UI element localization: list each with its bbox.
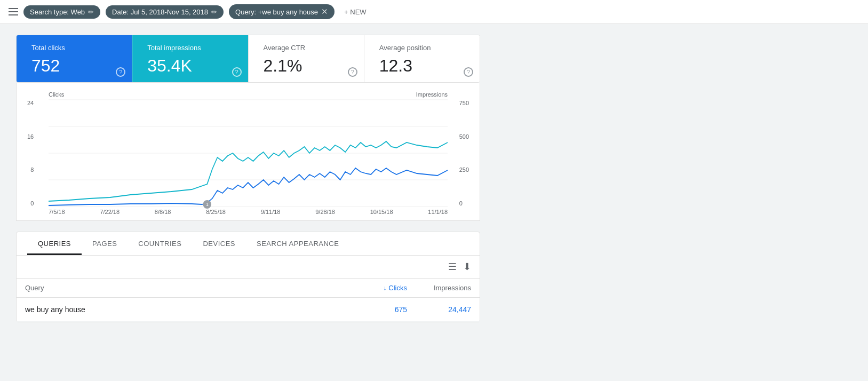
avg-ctr-value: 2.1% xyxy=(264,56,349,76)
filter-icon[interactable]: ☰ xyxy=(448,261,457,273)
col-clicks-header[interactable]: ↓ Clicks xyxy=(343,284,407,292)
tab-queries[interactable]: QUERIES xyxy=(27,232,82,255)
download-icon[interactable]: ⬇ xyxy=(463,261,471,273)
tab-countries[interactable]: COUNTRIES xyxy=(128,232,192,255)
y-left-8: 8 xyxy=(27,166,34,173)
total-impressions-label: Total impressions xyxy=(147,44,233,52)
search-type-filter[interactable]: Search type: Web ✏ xyxy=(23,5,100,19)
y-right-250: 250 xyxy=(459,166,469,173)
total-clicks-label: Total clicks xyxy=(31,44,117,52)
col-query-header: Query xyxy=(25,284,343,292)
impressions-axis-label: Impressions xyxy=(416,91,448,98)
tab-search-appearance[interactable]: SEARCH APPEARANCE xyxy=(246,232,349,255)
x-label-3: 8/25/18 xyxy=(206,209,226,215)
close-icon[interactable]: ✕ xyxy=(321,7,328,17)
row-query: we buy any house xyxy=(25,305,343,314)
total-clicks-card: Total clicks 752 ? xyxy=(17,35,132,82)
y-left-24: 24 xyxy=(27,100,34,106)
x-label-7: 11/1/18 xyxy=(428,209,448,215)
chart-svg: 1 xyxy=(49,100,448,207)
menu-icon[interactable] xyxy=(9,8,18,15)
col-impressions-header: Impressions xyxy=(407,284,471,292)
avg-position-help[interactable]: ? xyxy=(464,67,473,77)
total-clicks-help[interactable]: ? xyxy=(116,67,125,77)
main-content: Total clicks 752 ? Total impressions 35.… xyxy=(0,24,868,333)
query-label: Query: +we buy any house xyxy=(235,8,318,16)
y-right-0: 0 xyxy=(459,200,469,207)
new-filter-label: + NEW xyxy=(344,8,367,16)
edit-icon: ✏ xyxy=(88,8,94,16)
chart-container: Clicks Impressions 24 16 8 0 750 500 250… xyxy=(16,83,480,221)
x-label-6: 10/15/18 xyxy=(370,209,393,215)
date-filter[interactable]: Date: Jul 5, 2018-Nov 15, 2018 ✏ xyxy=(106,5,224,19)
y-right-750: 750 xyxy=(459,100,469,106)
query-filter[interactable]: Query: +we buy any house ✕ xyxy=(229,4,335,19)
tab-pages[interactable]: PAGES xyxy=(82,232,128,255)
clicks-axis-label: Clicks xyxy=(49,91,64,98)
total-impressions-value: 35.4K xyxy=(147,56,233,76)
x-label-1: 7/22/18 xyxy=(100,209,120,215)
annotation-label: 1 xyxy=(206,202,209,207)
tab-devices[interactable]: DEVICES xyxy=(192,232,246,255)
avg-position-card: Average position 12.3 ? xyxy=(364,35,480,82)
table-header: Query ↓ Clicks Impressions xyxy=(17,279,480,298)
avg-ctr-card: Average CTR 2.1% ? xyxy=(249,35,364,82)
new-filter-button[interactable]: + NEW xyxy=(340,5,371,19)
x-label-0: 7/5/18 xyxy=(49,209,65,215)
row-clicks: 675 xyxy=(343,305,407,314)
edit-icon: ✏ xyxy=(211,8,217,16)
y-right-500: 500 xyxy=(459,133,469,140)
search-type-label: Search type: Web xyxy=(30,8,85,16)
sort-arrow-icon: ↓ xyxy=(383,284,386,292)
metrics-row: Total clicks 752 ? Total impressions 35.… xyxy=(16,35,480,83)
avg-position-label: Average position xyxy=(379,44,465,52)
x-label-4: 9/11/18 xyxy=(261,209,281,215)
topbar: Search type: Web ✏ Date: Jul 5, 2018-Nov… xyxy=(0,0,868,24)
chart-area: 24 16 8 0 750 500 250 0 xyxy=(49,100,448,207)
y-left-0: 0 xyxy=(27,200,34,207)
row-impressions: 24,447 xyxy=(407,305,471,314)
total-clicks-value: 752 xyxy=(31,56,117,76)
table-row: we buy any house 675 24,447 xyxy=(17,298,480,322)
chart-x-labels: 7/5/18 7/22/18 8/8/18 8/25/18 9/11/18 9/… xyxy=(49,209,448,215)
total-impressions-card: Total impressions 35.4K ? xyxy=(132,35,248,82)
avg-ctr-help[interactable]: ? xyxy=(348,67,357,77)
table-section: QUERIES PAGES COUNTRIES DEVICES SEARCH A… xyxy=(16,232,480,322)
y-left-16: 16 xyxy=(27,133,34,140)
date-label: Date: Jul 5, 2018-Nov 15, 2018 xyxy=(112,8,208,16)
avg-position-value: 12.3 xyxy=(379,56,465,76)
table-toolbar: ☰ ⬇ xyxy=(17,256,480,279)
total-impressions-help[interactable]: ? xyxy=(232,67,242,77)
x-label-5: 9/28/18 xyxy=(315,209,335,215)
x-label-2: 8/8/18 xyxy=(155,209,171,215)
tabs: QUERIES PAGES COUNTRIES DEVICES SEARCH A… xyxy=(17,232,480,256)
avg-ctr-label: Average CTR xyxy=(264,44,349,52)
